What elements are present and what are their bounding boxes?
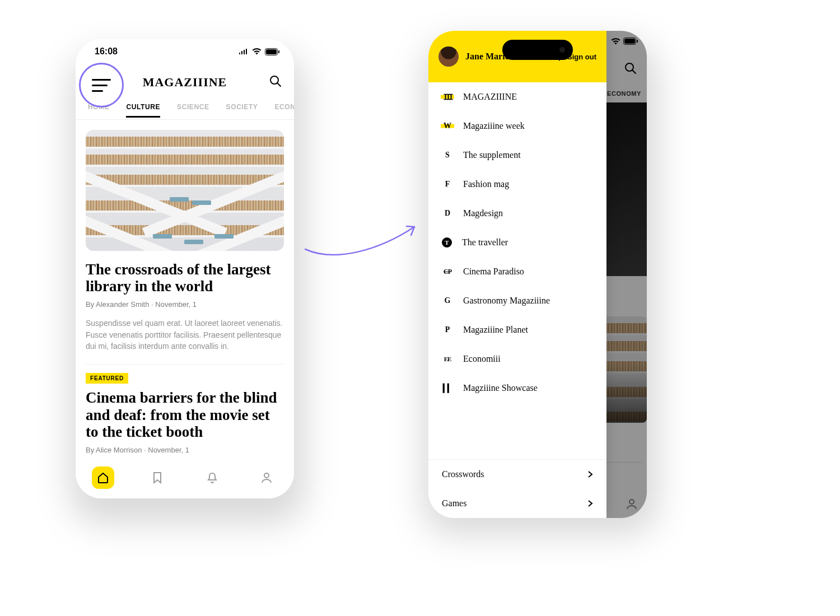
brand-glyph-icon: CP <box>442 267 453 277</box>
brand-glyph-icon: ▎▎ <box>442 383 453 393</box>
feed: The crossroads of the largest library in… <box>76 120 294 486</box>
wifi-icon <box>252 48 262 55</box>
article-byline: By Alice Morrison · November, 1 <box>86 446 284 454</box>
nav-bookmarks[interactable] <box>146 466 169 489</box>
phone-drawer-screen: Jane Marie Doe Sign out ⵊⵊⵊ MAGAZIIINE W… <box>428 31 647 518</box>
search-button[interactable] <box>269 75 282 90</box>
drawer-item-label: The supplement <box>463 150 521 160</box>
brand-glyph-icon: T <box>442 237 452 248</box>
article-excerpt: Suspendisse vel quam erat. Ut laoreet la… <box>86 318 284 352</box>
drawer-item-label: Magaziiine Planet <box>463 325 528 335</box>
footer-label: Games <box>442 498 466 508</box>
drawer-item-traveller[interactable]: T The traveller <box>428 228 606 257</box>
dynamic-island <box>502 40 573 60</box>
svg-point-5 <box>264 473 269 478</box>
navigation-drawer: Jane Marie Doe Sign out ⵊⵊⵊ MAGAZIIINE W… <box>428 31 606 518</box>
nav-notifications[interactable] <box>201 466 223 489</box>
brand-glyph-icon: D <box>442 208 453 218</box>
drawer-item-cinema[interactable]: CP Cinema Paradiso <box>428 257 606 286</box>
status-time: 16:08 <box>95 46 118 57</box>
bottom-nav <box>76 457 294 498</box>
search-icon <box>269 75 282 87</box>
drawer-item-label: Fashion mag <box>463 179 509 189</box>
avatar[interactable] <box>438 46 459 67</box>
tab-culture[interactable]: CULTURE <box>126 103 160 118</box>
cell-signal-icon <box>239 48 249 55</box>
hamburger-icon[interactable] <box>92 79 111 92</box>
drawer-menu[interactable]: ⵊⵊⵊ MAGAZIIINE W Magaziiine week S The s… <box>428 82 606 459</box>
phone-home-screen: 16:08 MAGAZIIINE HOME CULTURE SCIENCE SO… <box>76 39 294 498</box>
status-indicators <box>239 48 279 55</box>
brand-glyph-icon: W <box>442 121 453 131</box>
brand-glyph-icon: P <box>442 325 453 335</box>
bookmark-icon <box>152 472 163 484</box>
article-title[interactable]: The crossroads of the largest library in… <box>86 261 284 295</box>
hamburger-highlight-circle <box>79 63 124 108</box>
article-title[interactable]: Cinema barriers for the blind and deaf: … <box>86 389 284 440</box>
brand-glyph-icon: S <box>442 150 453 160</box>
chevron-right-icon <box>587 470 593 478</box>
drawer-item-magaziiine[interactable]: ⵊⵊⵊ MAGAZIIINE <box>428 82 606 111</box>
article-byline: By Alexander Smith · November, 1 <box>86 300 284 309</box>
status-bar: 16:08 <box>76 39 294 64</box>
divider <box>86 364 284 365</box>
drawer-item-gastronomy[interactable]: G Gastronomy Magaziiine <box>428 286 606 315</box>
drawer-item-supplement[interactable]: S The supplement <box>428 141 606 170</box>
flow-arrow <box>302 218 426 274</box>
drawer-item-label: Magdesign <box>463 208 503 218</box>
scrim-overlay[interactable] <box>606 31 647 518</box>
svg-rect-1 <box>266 49 277 54</box>
svg-rect-2 <box>278 50 279 53</box>
drawer-item-label: Magziiine Showcase <box>463 383 538 393</box>
drawer-footer-games[interactable]: Games <box>428 489 606 518</box>
drawer-item-label: Economiii <box>463 354 501 364</box>
brand-glyph-icon: G <box>442 296 453 306</box>
drawer-item-label: The traveller <box>462 237 508 248</box>
dimmed-background-page[interactable]: ECONOMY ossroads o est librar orld <box>606 31 647 518</box>
profile-icon <box>260 472 273 484</box>
drawer-item-label: Cinema Paradiso <box>463 267 524 277</box>
battery-icon <box>265 48 279 55</box>
top-bar: MAGAZIIINE <box>76 64 294 101</box>
drawer-item-fashion[interactable]: F Fashion mag <box>428 170 606 199</box>
footer-label: Crosswords <box>442 469 484 479</box>
drawer-footer-crosswords[interactable]: Crosswords <box>428 460 606 489</box>
article-hero-image[interactable] <box>86 130 284 251</box>
drawer-footer: Crosswords Games <box>428 459 606 518</box>
brand-glyph-icon: EE <box>442 354 453 364</box>
drawer-item-magdesign[interactable]: D Magdesign <box>428 199 606 228</box>
tab-science[interactable]: SCIENCE <box>177 103 209 118</box>
drawer-item-label: Magaziiine week <box>463 121 525 131</box>
brand-logo[interactable]: MAGAZIIINE <box>143 75 227 90</box>
nav-profile[interactable] <box>255 466 278 489</box>
svg-line-4 <box>278 83 281 87</box>
drawer-item-label: MAGAZIIINE <box>463 92 517 102</box>
nav-home[interactable] <box>92 466 114 489</box>
chevron-right-icon <box>587 500 593 507</box>
tab-society[interactable]: SOCIETY <box>226 103 258 118</box>
bell-icon <box>206 472 218 484</box>
drawer-item-label: Gastronomy Magaziiine <box>463 296 550 306</box>
drawer-item-economiii[interactable]: EE Economiii <box>428 344 606 374</box>
drawer-item-week[interactable]: W Magaziiine week <box>428 111 606 141</box>
drawer-item-planet[interactable]: P Magaziiine Planet <box>428 315 606 344</box>
featured-badge: FEATURED <box>86 373 128 384</box>
tab-economy[interactable]: ECONOMY <box>274 103 294 118</box>
home-icon <box>97 472 109 484</box>
brand-glyph-icon: ⵊⵊⵊ <box>442 92 453 102</box>
drawer-item-showcase[interactable]: ▎▎ Magziiine Showcase <box>428 374 606 403</box>
brand-glyph-icon: F <box>442 179 453 189</box>
